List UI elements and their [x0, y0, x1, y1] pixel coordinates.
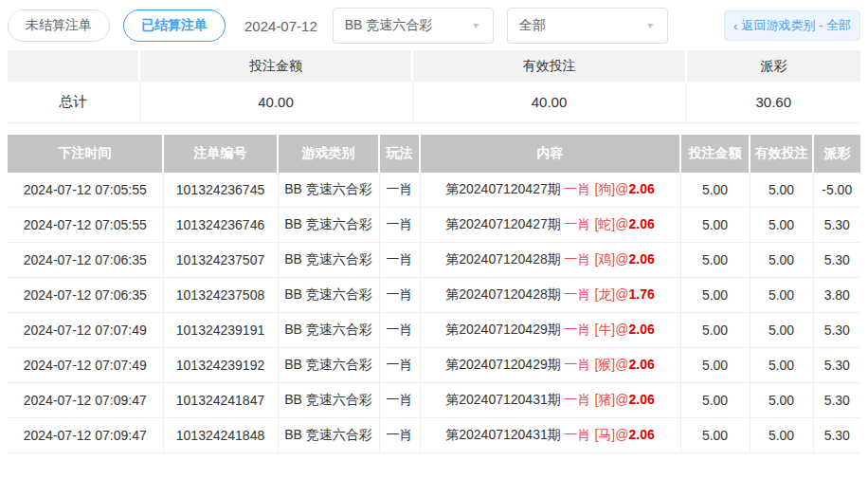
filter-select-value: 全部 — [519, 17, 546, 34]
order-odds: 2.06 — [628, 357, 654, 372]
order-id: 101324237508 — [163, 278, 278, 313]
order-valid-bet: 5.00 — [750, 313, 813, 348]
order-row: 2024-07-12 07:07:49 101324239191 BB 竞速六合… — [8, 313, 860, 348]
orders-header-payout: 派彩 — [813, 135, 860, 173]
tab-unsettled-orders[interactable]: 未结算注单 — [8, 9, 110, 42]
order-content: 第202407120428期 一肖 [龙]@1.76 — [420, 278, 680, 313]
order-row: 2024-07-12 07:06:35 101324237507 BB 竞速六合… — [8, 243, 860, 278]
order-content: 第202407120429期 一肖 [牛]@2.06 — [420, 313, 680, 348]
order-game-type: BB 竞速六合彩 — [278, 313, 379, 348]
order-payout: 5.30 — [813, 418, 860, 453]
filter-select[interactable]: 全部 ▼ — [507, 8, 668, 44]
order-bet-time: 2024-07-12 07:06:35 — [8, 243, 163, 278]
order-pick: 一肖 [马]@ — [565, 427, 629, 442]
order-valid-bet: 5.00 — [750, 348, 813, 383]
order-play-type: 一肖 — [379, 383, 420, 418]
summary-total-valid-bet: 40.00 — [412, 82, 686, 122]
order-game-type: BB 竞速六合彩 — [278, 348, 379, 383]
order-valid-bet: 5.00 — [750, 243, 813, 278]
order-row: 2024-07-12 07:05:55 101324236745 BB 竞速六合… — [8, 173, 860, 208]
order-row: 2024-07-12 07:05:55 101324236746 BB 竞速六合… — [8, 208, 860, 243]
order-game-type: BB 竞速六合彩 — [278, 208, 379, 243]
order-bet-amount: 5.00 — [680, 173, 750, 208]
chevron-down-icon: ▼ — [645, 21, 656, 30]
chevron-down-icon: ▼ — [471, 21, 481, 30]
order-id: 101324237507 — [163, 243, 278, 278]
order-bet-amount: 5.00 — [680, 348, 750, 383]
order-bet-amount: 5.00 — [680, 383, 750, 418]
summary-header-valid-bet: 有效投注 — [412, 50, 686, 82]
order-odds: 2.06 — [628, 181, 654, 196]
order-content: 第202407120427期 一肖 [狗]@2.06 — [420, 173, 680, 208]
order-valid-bet: 5.00 — [750, 383, 813, 418]
summary-total-bet-amount: 40.00 — [139, 82, 412, 122]
order-pick: 一肖 [猴]@ — [565, 357, 629, 372]
back-button-label: 返回游戏类别 - 全部 — [741, 17, 851, 34]
order-odds: 2.06 — [628, 251, 654, 267]
order-content: 第202407120427期 一肖 [蛇]@2.06 — [420, 208, 680, 243]
query-date-label: 2024-07-12 — [244, 18, 317, 34]
order-valid-bet: 5.00 — [750, 208, 813, 243]
orders-header-row: 下注时间 注单编号 游戏类别 玩法 内容 投注金额 有效投注 派彩 — [8, 135, 860, 173]
order-bet-amount: 5.00 — [680, 418, 750, 453]
summary-header-row: 投注金额 有效投注 派彩 — [8, 50, 860, 82]
order-pick: 一肖 [蛇]@ — [565, 216, 629, 231]
order-valid-bet: 5.00 — [750, 278, 813, 313]
order-id: 101324241848 — [163, 418, 278, 453]
order-pick: 一肖 [狗]@ — [565, 181, 629, 196]
order-id: 101324241847 — [163, 383, 278, 418]
summary-total-payout: 30.60 — [686, 82, 860, 122]
orders-header-bet-time: 下注时间 — [8, 135, 163, 173]
orders-table: 下注时间 注单编号 游戏类别 玩法 内容 投注金额 有效投注 派彩 2024-0… — [8, 135, 860, 454]
summary-total-row: 总计 40.00 40.00 30.60 — [8, 82, 860, 122]
order-id: 101324236745 — [163, 173, 278, 208]
order-row: 2024-07-12 07:07:49 101324239192 BB 竞速六合… — [8, 348, 860, 383]
order-pick: 一肖 [牛]@ — [565, 322, 629, 337]
order-odds: 2.06 — [628, 427, 654, 442]
tab-settled-orders[interactable]: 已结算注单 — [123, 9, 226, 42]
order-payout: 3.80 — [813, 278, 860, 313]
order-bet-time: 2024-07-12 07:07:49 — [8, 348, 163, 383]
order-row: 2024-07-12 07:09:47 101324241848 BB 竞速六合… — [8, 418, 860, 453]
order-odds: 2.06 — [628, 392, 654, 407]
order-game-type: BB 竞速六合彩 — [278, 383, 379, 418]
orders-header-valid-bet: 有效投注 — [750, 135, 813, 173]
order-id: 101324239191 — [163, 313, 278, 348]
orders-header-content: 内容 — [420, 135, 680, 173]
orders-header-bet-amount: 投注金额 — [680, 135, 750, 173]
order-payout: 5.30 — [813, 348, 860, 383]
order-valid-bet: 5.00 — [750, 173, 813, 208]
order-row: 2024-07-12 07:06:35 101324237508 BB 竞速六合… — [8, 278, 860, 313]
order-bet-time: 2024-07-12 07:05:55 — [8, 173, 163, 208]
order-game-type: BB 竞速六合彩 — [278, 418, 379, 453]
order-id: 101324236746 — [163, 208, 278, 243]
order-odds: 2.06 — [628, 216, 654, 231]
order-play-type: 一肖 — [379, 278, 420, 313]
orders-header-game-type: 游戏类别 — [278, 135, 379, 173]
order-content: 第202407120429期 一肖 [猴]@2.06 — [420, 348, 680, 383]
order-bet-amount: 5.00 — [680, 243, 750, 278]
order-payout: 5.30 — [813, 243, 860, 278]
order-pick: 一肖 [龙]@ — [565, 286, 629, 302]
summary-header-bet-amount: 投注金额 — [139, 50, 412, 82]
back-arrow-icon: ‹ — [733, 19, 737, 33]
order-odds: 1.76 — [628, 286, 654, 302]
order-game-type: BB 竞速六合彩 — [278, 243, 379, 278]
order-content: 第202407120431期 一肖 [马]@2.06 — [420, 418, 680, 453]
order-payout: 5.30 — [813, 208, 860, 243]
summary-total-label: 总计 — [8, 82, 139, 122]
order-game-type: BB 竞速六合彩 — [278, 173, 379, 208]
order-odds: 2.06 — [628, 322, 654, 337]
order-row: 2024-07-12 07:09:47 101324241847 BB 竞速六合… — [8, 383, 860, 418]
order-pick: 一肖 [猪]@ — [565, 392, 629, 407]
game-type-select[interactable]: BB 竞速六合彩 ▼ — [333, 8, 494, 44]
game-type-select-value: BB 竞速六合彩 — [345, 17, 433, 34]
order-bet-time: 2024-07-12 07:06:35 — [8, 278, 163, 313]
order-bet-time: 2024-07-12 07:09:47 — [8, 383, 163, 418]
order-play-type: 一肖 — [379, 243, 420, 278]
order-payout: 5.30 — [813, 383, 860, 418]
order-bet-time: 2024-07-12 07:09:47 — [8, 418, 163, 453]
back-to-game-category-button[interactable]: ‹ 返回游戏类别 - 全部 — [724, 10, 860, 41]
order-payout: 5.30 — [813, 313, 860, 348]
order-bet-amount: 5.00 — [680, 313, 750, 348]
